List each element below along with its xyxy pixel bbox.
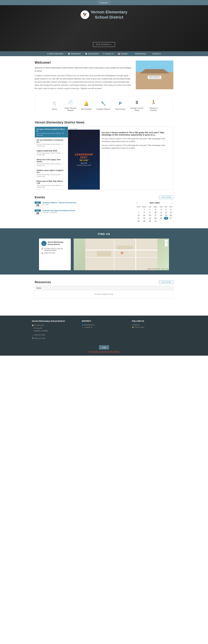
event-day-0: 29 bbox=[35, 204, 41, 208]
footer-privacy-link[interactable]: 🔒 Privacy Policy bbox=[132, 326, 176, 328]
news-list-item-2[interactable]: Legacy Leadership 2024! Vernon Elementar… bbox=[35, 148, 68, 157]
quick-link-athletics[interactable]: 🏃 Athletics &Activities bbox=[148, 99, 159, 112]
calendar-day-cell[interactable]: 19 bbox=[164, 214, 168, 217]
calendar-day-cell[interactable]: 13 bbox=[168, 211, 173, 214]
calendar-day-cell[interactable]: 14 bbox=[136, 214, 141, 217]
login-button[interactable]: Login bbox=[99, 345, 109, 350]
map-zoom-out-button[interactable]: − bbox=[165, 243, 168, 246]
calendar-day-cell[interactable]: 22 bbox=[141, 217, 147, 220]
calendar-day-cell[interactable]: 5 bbox=[164, 208, 168, 211]
news-item-meta-3: Vernon Elementary School District · 2 mo… bbox=[37, 163, 66, 166]
event-date-box-1: JUL 30 bbox=[35, 210, 41, 215]
public-records-label: Public RecordsRequest bbox=[65, 107, 76, 112]
welcome-image: VERNON ELEMENTARYSCHOOL DISTRICT No. 9 bbox=[136, 60, 173, 89]
calendar-day-cell[interactable]: 6 bbox=[168, 208, 173, 211]
news-item-meta-1: Vernon Elementary School District · 2 mo… bbox=[37, 143, 66, 147]
calendar-day-cell[interactable]: 29 bbox=[141, 220, 147, 222]
nav-icon-contact: 📞 bbox=[149, 53, 152, 55]
calendar-day-cell[interactable]: 9 bbox=[147, 211, 152, 214]
calendar-day-cell[interactable]: 20 bbox=[168, 214, 173, 217]
calendar-day-cell[interactable]: 31 bbox=[152, 220, 158, 222]
calendar-day-cell[interactable]: 3 bbox=[152, 208, 158, 211]
calendar-day-cell[interactable]: 4 bbox=[158, 208, 164, 211]
news-list-item-1[interactable]: Are you interested in running for on... … bbox=[35, 138, 68, 148]
calendar-day-cell[interactable]: 18 bbox=[158, 214, 164, 217]
calendar-day-cell[interactable]: 10 bbox=[152, 211, 158, 214]
event-title-1[interactable]: Colonial Life Open Enrollment Event bbox=[42, 210, 75, 212]
calendar-day-cell[interactable]: 28 bbox=[136, 220, 141, 222]
calendar-day-cell[interactable]: 1 bbox=[141, 208, 147, 211]
calendar-day-cell[interactable]: 11 bbox=[158, 211, 164, 214]
nav-item-staff-directory[interactable]: 👤 Staff Directory bbox=[130, 51, 148, 56]
nav-item-choose-us[interactable]: ✦ Choose Us › bbox=[101, 51, 116, 56]
brand-name: SchoolBlocks bbox=[109, 351, 120, 353]
calendar-day-cell[interactable]: 15 bbox=[141, 214, 147, 217]
calendar-day-cell[interactable]: 17 bbox=[152, 214, 158, 217]
footer-fax: 📠 (928) 537-1820 bbox=[32, 337, 76, 340]
news-list-item-4[interactable]: Outdoor movie night is tonight!!! Cel...… bbox=[35, 168, 68, 179]
cal-header-sun: SUN bbox=[136, 206, 141, 208]
chevron-icon: › bbox=[81, 53, 82, 54]
resources-table: Name No files or folders found. bbox=[35, 286, 173, 298]
map-zoom-in-button[interactable]: + bbox=[165, 240, 168, 243]
quick-link-public-records[interactable]: 📄 Public RecordsRequest bbox=[65, 99, 76, 112]
events-container: JUL 29 Teachers Return- Teacher Pre-Serv… bbox=[35, 202, 173, 222]
quick-link-powerschool[interactable]: P PowerSchool bbox=[115, 100, 126, 110]
calendar-day-cell[interactable]: 16 bbox=[147, 214, 152, 217]
calendar-day-cell[interactable]: 27 bbox=[168, 217, 173, 220]
news-list-item-3[interactable]: Shout out to the Legacy Teen Center... V… bbox=[35, 157, 68, 168]
quick-link-bell-schedule[interactable]: 🔔 Bell Schedule bbox=[81, 100, 92, 110]
cal-header-thu: THU bbox=[158, 206, 164, 208]
news-list-item-5[interactable]: Please join us Wed. May 15th at 1:30 Ver… bbox=[35, 179, 68, 190]
map-zoom-controls: + − bbox=[165, 240, 168, 246]
events-heading: Events bbox=[35, 196, 45, 199]
calendar-day-cell bbox=[164, 220, 168, 222]
our-schools-button[interactable]: OUR SCHOOLS + bbox=[93, 42, 115, 47]
calendar-day-cell[interactable]: 23 bbox=[147, 217, 152, 220]
calendar-day-cell[interactable]: 30 bbox=[147, 220, 152, 222]
footer: Vernon Elementary School District 🏠 90 C… bbox=[0, 316, 208, 356]
calendar-day-cell[interactable]: 8 bbox=[141, 211, 147, 214]
cal-header-fri: FRI bbox=[164, 206, 168, 208]
calendar-day-cell[interactable]: 7 bbox=[136, 211, 141, 214]
quick-link-menus[interactable]: 🍴 Menus bbox=[49, 100, 60, 110]
language-button[interactable]: Language ▾ bbox=[98, 1, 111, 4]
events-view-more-button[interactable]: VIEW MORE bbox=[159, 196, 173, 199]
footer-col-1: Vernon Elementary School District 🏠 90 C… bbox=[32, 320, 76, 340]
nav-item-district-information[interactable]: ● District Information › bbox=[46, 51, 66, 56]
nav-item-departments[interactable]: 📋 Departments › bbox=[66, 51, 83, 56]
calendar-day-cell[interactable]: 12 bbox=[164, 211, 168, 214]
nav-icon-district: ● bbox=[47, 53, 48, 55]
calendar-thead: SUN MON TUE WED THU FRI SAT bbox=[136, 206, 173, 208]
resources-view-more-button[interactable]: VIEW MORE bbox=[159, 280, 173, 284]
calendar-day-cell[interactable]: 24 bbox=[152, 217, 158, 220]
calendar-header: ‹ JULY 2024 › bbox=[136, 202, 173, 204]
footer-bottom: Login This website is powered by SchoolB… bbox=[3, 343, 205, 353]
hero-logo-area: 🦅 Vernon Elementary School District bbox=[81, 10, 127, 20]
calendar-day-cell[interactable]: 2 bbox=[147, 208, 152, 211]
calendar-day-cell[interactable]: 26 bbox=[164, 217, 168, 220]
quick-link-teacher-salary[interactable]: $ Average TeacherSalary bbox=[130, 99, 143, 112]
footer-contact-link[interactable]: 📞 Contact Us bbox=[82, 326, 126, 328]
event-date-box-0: JUL 29 bbox=[35, 202, 41, 208]
nav-item-school-board[interactable]: 📋 School Board › bbox=[83, 51, 101, 56]
nav-icon-choose: ✦ bbox=[103, 53, 104, 55]
footer-school-name: Vernon Elementary School District bbox=[32, 320, 76, 322]
footer-staff-directory-link[interactable]: 👤 Staff Directory bbox=[82, 324, 126, 326]
find-us-org-name: Vernon ElementarySchool District bbox=[48, 241, 63, 246]
footer-facebook-link[interactable]: f Facebook bbox=[132, 324, 176, 326]
event-month-1: JUL bbox=[35, 210, 41, 212]
calendar-header-row: SUN MON TUE WED THU FRI SAT bbox=[136, 206, 173, 208]
calendar-day-cell[interactable]: 25 bbox=[158, 217, 164, 220]
school-logo: 🦅 bbox=[81, 10, 89, 19]
nav-item-contact-us[interactable]: 📞 Contact Us bbox=[148, 51, 162, 56]
nav-icon-staff: 👤 bbox=[132, 53, 134, 55]
calendar-day-cell[interactable]: 21 bbox=[136, 217, 141, 220]
nav-item-calendar[interactable]: 📅 Calendar › bbox=[116, 51, 130, 56]
calendar-prev-button[interactable]: ‹ bbox=[136, 202, 138, 204]
event-title-0[interactable]: Teachers Return- Teacher Pre-Service bbox=[42, 202, 76, 204]
calendar-next-button[interactable]: › bbox=[171, 202, 173, 204]
privacy-icon: 🔒 bbox=[132, 326, 134, 328]
news-list-item-0[interactable]: Are you a Vernon student in 7th or 8... … bbox=[35, 127, 68, 138]
quick-link-facilities[interactable]: 🔧 Facilities Request bbox=[96, 100, 110, 110]
